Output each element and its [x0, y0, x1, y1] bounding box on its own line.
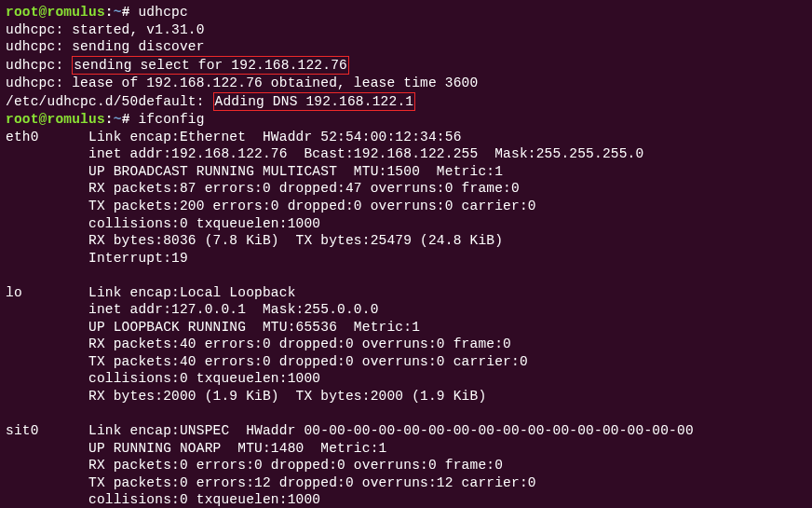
command-udhcpc: udhcpc [138, 5, 187, 20]
udhcpc-dns-prefix: /etc/udhcpc.d/50default: [6, 94, 213, 109]
udhcpc-select: udhcpc: sending select for 192.168.122.7… [6, 56, 806, 76]
lo-line6: collisions:0 txqueuelen:1000 [6, 370, 806, 388]
terminal-output[interactable]: root@romulus:~# udhcpc udhcpc: started, … [6, 4, 806, 508]
prompt-path: ~ [114, 5, 122, 20]
prompt-sep2: # [122, 112, 139, 127]
blank-line-2 [6, 405, 806, 423]
eth0-line8: Interrupt:19 [6, 250, 806, 268]
eth0-line6: collisions:0 txqueuelen:1000 [6, 215, 806, 233]
eth0-line3: UP BROADCAST RUNNING MULTICAST MTU:1500 … [6, 163, 806, 181]
prompt-line-2: root@romulus:~# ifconfig [6, 111, 806, 129]
command-ifconfig: ifconfig [138, 112, 204, 127]
udhcpc-select-prefix: udhcpc: [6, 58, 72, 73]
udhcpc-started: udhcpc: started, v1.31.0 [6, 21, 806, 39]
udhcpc-lease: udhcpc: lease of 192.168.122.76 obtained… [6, 75, 806, 92]
sit0-line2: UP RUNNING NOARP MTU:1480 Metric:1 [6, 440, 806, 458]
prompt-user-host: root@romulus [6, 5, 105, 20]
sit0-line1: sit0 Link encap:UNSPEC HWaddr 00-00-00-0… [6, 422, 806, 440]
udhcpc-dns: /etc/udhcpc.d/50default: Adding DNS 192.… [6, 92, 806, 112]
lo-line2: inet addr:127.0.0.1 Mask:255.0.0.0 [6, 301, 806, 319]
prompt-sep2: # [122, 5, 139, 20]
sit0-line4: TX packets:0 errors:12 dropped:0 overrun… [6, 474, 806, 492]
sit0-line3: RX packets:0 errors:0 dropped:0 overruns… [6, 457, 806, 474]
lo-line4: RX packets:40 errors:0 dropped:0 overrun… [6, 336, 806, 353]
udhcpc-select-highlight: sending select for 192.168.122.76 [72, 56, 349, 76]
lo-line5: TX packets:40 errors:0 dropped:0 overrun… [6, 353, 806, 371]
blank-line-1 [6, 267, 806, 284]
eth0-line5: TX packets:200 errors:0 dropped:0 overru… [6, 198, 806, 215]
prompt-sep1: : [105, 112, 114, 127]
eth0-line7: RX bytes:8036 (7.8 KiB) TX bytes:25479 (… [6, 232, 806, 250]
udhcpc-dns-highlight: Adding DNS 192.168.122.1 [213, 92, 416, 112]
sit0-line5: collisions:0 txqueuelen:1000 [6, 491, 806, 508]
prompt-sep1: : [105, 5, 114, 20]
prompt-path: ~ [114, 112, 122, 127]
eth0-line4: RX packets:87 errors:0 dropped:47 overru… [6, 180, 806, 198]
eth0-line2: inet addr:192.168.122.76 Bcast:192.168.1… [6, 145, 806, 163]
lo-line7: RX bytes:2000 (1.9 KiB) TX bytes:2000 (1… [6, 388, 806, 405]
udhcpc-discover: udhcpc: sending discover [6, 38, 806, 56]
prompt-user-host: root@romulus [6, 112, 105, 127]
lo-line1: lo Link encap:Local Loopback [6, 284, 806, 302]
prompt-line-1: root@romulus:~# udhcpc [6, 4, 806, 21]
eth0-line1: eth0 Link encap:Ethernet HWaddr 52:54:00… [6, 129, 806, 146]
lo-line3: UP LOOPBACK RUNNING MTU:65536 Metric:1 [6, 319, 806, 336]
